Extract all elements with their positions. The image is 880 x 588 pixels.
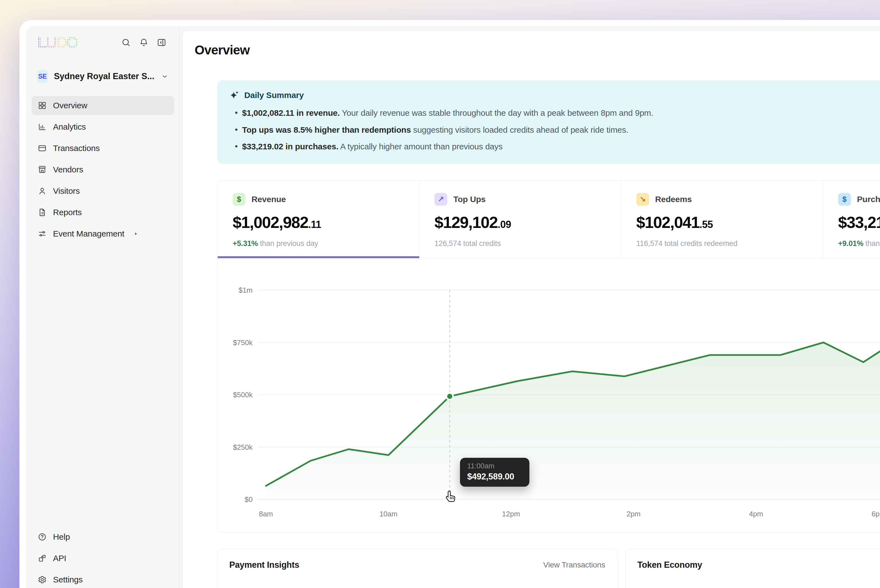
y-tick-label: $500k xyxy=(233,391,253,399)
payment-insights-header: Payment Insights View Transactions xyxy=(217,549,618,570)
sidebar-item-label: Vendors xyxy=(53,165,83,174)
summary-bullet: $33,219.02 in purchases. A typically hig… xyxy=(235,142,880,151)
x-tick-label: 6pm xyxy=(872,510,880,518)
chevron-down-icon xyxy=(161,73,168,80)
summary-bullet: Top ups was 8.5% higher than redemptions… xyxy=(235,126,880,134)
blocks-icon xyxy=(38,554,46,563)
x-tick-label: 12pm xyxy=(502,510,520,518)
sidebar-header-icons xyxy=(121,38,166,47)
sidebar-item-event-management[interactable]: Event Management xyxy=(31,224,174,243)
hand-cursor xyxy=(443,489,459,505)
logo-letter: U xyxy=(45,33,56,51)
search-button[interactable] xyxy=(121,38,131,47)
sidebar-item-reports[interactable]: Reports xyxy=(31,203,174,222)
logo-letter: O xyxy=(66,33,77,51)
sidebar: LUDO SE Sydney Royal Easter S... Overvie… xyxy=(26,26,180,588)
grid-icon xyxy=(38,101,46,110)
org-selector[interactable]: SE Sydney Royal Easter S... xyxy=(26,67,180,86)
triangle-right-icon xyxy=(132,230,139,237)
sidebar-item-visitors[interactable]: Visitors xyxy=(31,182,174,201)
metric-tabs: $Revenue$1,002,982.11+5.31% than previou… xyxy=(217,181,880,258)
sidebar-item-label: Analytics xyxy=(53,122,86,132)
y-tick-label: $1m xyxy=(238,286,253,294)
summary-bullet: $1,002,082.11 in revenue. Your daily rev… xyxy=(235,108,880,117)
bar-chart-icon xyxy=(38,122,46,131)
metric-label: Redeems xyxy=(655,195,692,204)
token-economy-title: Token Economy xyxy=(637,560,702,570)
metric-subtext: +5.31% than previous day xyxy=(232,239,419,248)
logo-letter: D xyxy=(56,33,66,51)
help-icon xyxy=(38,532,46,542)
purchases-icon: $ xyxy=(838,193,851,206)
sidebar-item-transactions[interactable]: Transactions xyxy=(31,139,174,158)
x-tick-label: 4pm xyxy=(749,510,763,518)
sidebar-item-settings[interactable]: Settings xyxy=(31,570,174,588)
sidebar-item-help[interactable]: Help xyxy=(31,528,174,546)
payment-insights-title: Payment Insights xyxy=(229,560,299,570)
metric-subtext: 116,574 total credits redeemed xyxy=(636,239,823,248)
metric-label: Revenue xyxy=(252,195,286,204)
bell-icon xyxy=(139,38,148,47)
x-tick-label: 10am xyxy=(379,510,397,518)
ludo-logo: LUDO xyxy=(37,34,77,51)
gear-icon xyxy=(38,575,46,584)
page-title: Overview xyxy=(195,42,250,57)
sidebar-item-label: Transactions xyxy=(53,144,100,153)
y-tick-label: $750k xyxy=(233,338,253,347)
hand-cursor-icon xyxy=(443,489,459,504)
chevron-down-icon xyxy=(161,73,168,80)
metrics-chart-card: $Revenue$1,002,982.11+5.31% than previou… xyxy=(217,180,880,532)
metric-tab-top-ups[interactable]: ↗Top Ups$129,102.09126,574 total credits xyxy=(420,181,621,258)
sidebar-item-analytics[interactable]: Analytics xyxy=(31,117,174,136)
metric-subtext: +9.01% than previous day xyxy=(838,239,880,248)
revenue-area xyxy=(266,343,880,500)
sidebar-item-overview[interactable]: Overview xyxy=(31,96,174,115)
panel-collapse-button[interactable] xyxy=(157,38,166,47)
x-tick-label: 8am xyxy=(259,510,273,518)
sidebar-footer-nav: HelpAPISettings xyxy=(31,528,174,588)
y-tick-label: $0 xyxy=(244,495,253,504)
app-window: LUDO SE Sydney Royal Easter S... Overvie… xyxy=(19,20,880,588)
sidebar-item-label: Help xyxy=(53,532,70,542)
hover-point xyxy=(447,393,453,400)
main-content: Overview Daily Summary $1,002,082.11 in … xyxy=(182,30,880,588)
chart-canvas: $0$250k$500k$750k$1m8am10am12pm2pm4pm6pm xyxy=(217,258,880,532)
sidebar-item-vendors[interactable]: Vendors xyxy=(31,160,174,179)
sidebar-item-label: Overview xyxy=(53,101,87,110)
sidebar-nav: OverviewAnalyticsTransactionsVendorsVisi… xyxy=(31,96,174,243)
revenue-icon: $ xyxy=(232,193,245,206)
revenue-chart[interactable]: $0$250k$500k$750k$1m8am10am12pm2pm4pm6pm… xyxy=(217,258,880,532)
metric-label: Purchases xyxy=(857,195,880,204)
store-icon xyxy=(38,165,46,174)
metric-value: $1,002,982.11 xyxy=(232,213,419,231)
sidebar-item-api[interactable]: API xyxy=(31,549,174,568)
sidebar-item-label: Settings xyxy=(53,575,83,584)
user-icon xyxy=(38,186,46,195)
redeems-icon: ↘ xyxy=(636,193,649,206)
metric-label: Top Ups xyxy=(453,195,486,204)
metric-tab-redeems[interactable]: ↘Redeems$102,041.55116,574 total credits… xyxy=(621,181,823,258)
daily-summary-header: Daily Summary xyxy=(229,90,880,100)
daily-summary-title: Daily Summary xyxy=(244,90,304,100)
daily-summary-bullets: $1,002,082.11 in revenue. Your daily rev… xyxy=(217,108,880,151)
chart-tooltip: 11:00am $492,589.00 xyxy=(460,458,529,487)
sidebar-item-label: API xyxy=(53,554,66,563)
credit-card-icon xyxy=(38,144,46,153)
metric-tab-purchases[interactable]: $Purchases$33,219.02+9.01% than previous… xyxy=(823,181,880,258)
view-transactions-link[interactable]: View Transactions xyxy=(543,561,605,569)
org-name: Sydney Royal Easter S... xyxy=(54,71,154,81)
tooltip-time: 11:00am xyxy=(467,462,529,470)
file-icon xyxy=(38,208,46,217)
token-economy-header: Token Economy xyxy=(626,549,880,570)
sidebar-header: LUDO xyxy=(26,33,180,52)
metric-subtext: 126,574 total credits xyxy=(435,239,621,248)
token-economy-card: Token Economy xyxy=(625,549,880,588)
metric-tab-revenue[interactable]: $Revenue$1,002,982.11+5.31% than previou… xyxy=(217,181,420,258)
daily-summary-card: Daily Summary $1,002,082.11 in revenue. … xyxy=(217,81,880,164)
y-tick-label: $250k xyxy=(233,443,253,452)
sidebar-item-label: Visitors xyxy=(53,186,79,196)
screen: LUDO SE Sydney Royal Easter S... Overvie… xyxy=(0,0,880,588)
tooltip-value: $492,589.00 xyxy=(467,472,529,482)
bell-button[interactable] xyxy=(139,38,148,47)
sliders-icon xyxy=(38,230,46,238)
